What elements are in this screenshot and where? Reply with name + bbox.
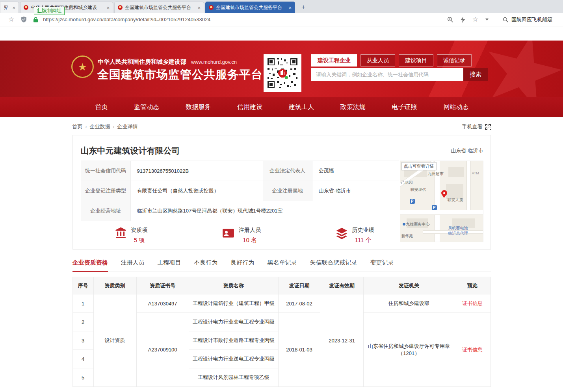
tab-blacklist[interactable]: 黑名单记录 <box>268 259 297 272</box>
breadcrumb-company-data[interactable]: 企业数据 <box>90 123 110 130</box>
zoom-icon[interactable] <box>447 17 453 23</box>
hot-search-box[interactable]: 国航回应飞机颠簸 <box>497 13 563 26</box>
tab-close-icon[interactable]: × <box>106 5 110 10</box>
flash-icon[interactable] <box>461 17 465 23</box>
search-button[interactable]: 搜索 <box>463 68 488 81</box>
main-nav: 首页 监管动态 数据服务 信用建设 建筑工人 政策法规 电子证照 网站动态 <box>0 97 563 117</box>
header-search-tabs: 建设工程企业 从业人员 建设项目 诚信记录 <box>311 54 472 67</box>
url-text[interactable]: https://jzsc.mohurd.gov.cn/data/company/… <box>43 17 210 22</box>
national-emblem: ★ <box>71 55 94 78</box>
copy-url-tooltip[interactable]: 复制网址 <box>34 7 65 15</box>
credit-code-label: 统一社会信用代码 <box>81 161 130 181</box>
reg-place-label: 企业注册属地 <box>263 181 312 201</box>
new-tab-button[interactable]: + <box>298 2 308 12</box>
site-favicon-icon <box>118 5 123 10</box>
map-label: 联安大厦 <box>448 197 463 202</box>
browser-tab-2[interactable]: 全国建筑市场监管公共服务平台 × <box>114 2 204 13</box>
col-name: 资质名称 <box>189 277 278 294</box>
tab-projects[interactable]: 工程项目 <box>158 259 181 272</box>
browser-tab-strip: 界 × 中华人民共和国住房和城乡建设 × 全国建筑市场监管公共服务平台 × 全国… <box>0 0 563 13</box>
cert-no-cell: A137030497 <box>136 294 189 313</box>
parking-icon: P <box>432 205 437 210</box>
cert-info-link[interactable]: 证书信息 <box>462 347 483 353</box>
search-tab-enterprise[interactable]: 建设工程企业 <box>311 54 357 67</box>
tab-change-records[interactable]: 变更记录 <box>370 259 394 272</box>
performance-icon <box>335 227 348 240</box>
breadcrumb-separator: › <box>85 124 87 129</box>
company-card: 山东中元建筑设计有限公司 山东省-临沂市 统一社会信用代码 9137130267… <box>72 135 491 250</box>
company-search-input[interactable] <box>311 68 463 81</box>
col-validity: 发证有效期 <box>320 277 364 294</box>
tab-dishonesty-records[interactable]: 失信联合惩戒记录 <box>310 259 357 272</box>
nav-item-home[interactable]: 首页 <box>95 103 108 111</box>
nav-item-supervision[interactable]: 监管动态 <box>134 103 159 111</box>
address-label: 企业经营地址 <box>81 201 130 221</box>
preview-cell: 证书信息 <box>454 294 491 313</box>
breadcrumb-separator: › <box>113 124 115 129</box>
nav-item-data-service[interactable]: 数据服务 <box>186 103 211 111</box>
info-row: 统一社会信用代码 91371302675501022B 企业法定代表人 公茂福 <box>81 161 399 181</box>
poi-dot-icon <box>403 223 405 226</box>
personnel-icon <box>222 227 235 240</box>
map-building <box>448 167 464 177</box>
ssl-lock-icon[interactable] <box>33 17 38 22</box>
search-tab-personnel[interactable]: 从业人员 <box>360 54 395 67</box>
cert-no-cell: A237009100 <box>136 313 189 387</box>
name-cell: 工程设计电力行业变电工程专业丙级 <box>189 313 278 331</box>
map-label: 风帆蓄电池 临沂总代理 <box>448 226 468 236</box>
tab-close-icon[interactable]: × <box>288 5 292 10</box>
map-building <box>446 184 463 199</box>
address-value: 临沂市兰山区陶然路107号星河晶都（联安）现代城1号楼2201室 <box>130 201 399 221</box>
dropdown-chevron-icon[interactable] <box>485 18 489 20</box>
name-cell: 工程设计建筑行业（建筑工程）甲级 <box>189 294 278 313</box>
nav-item-policy[interactable]: 政策法规 <box>340 103 366 111</box>
map-label: 新华苑 <box>401 233 413 239</box>
search-icon <box>503 17 508 22</box>
parking-icon: P <box>410 199 415 204</box>
reg-place-value: 山东省-临沂市 <box>312 181 399 201</box>
search-tab-credit[interactable]: 诚信记录 <box>437 54 472 67</box>
map-pin-icon <box>441 190 447 196</box>
bookmark-star-icon[interactable]: ☆ <box>8 15 14 24</box>
issue-date-cell: 2018-01-03 <box>278 313 320 387</box>
site-info-shield-icon[interactable] <box>21 17 26 22</box>
tab-close-icon[interactable]: × <box>197 5 201 10</box>
legal-rep-value: 公茂福 <box>312 161 399 181</box>
search-tab-project[interactable]: 建设项目 <box>399 54 433 67</box>
map-label: ATM <box>472 171 479 176</box>
nav-item-workers[interactable]: 建筑工人 <box>289 103 314 111</box>
map-road <box>466 161 471 210</box>
breadcrumb-home[interactable]: 首页 <box>72 123 83 130</box>
stat-label: 注册人员 <box>239 227 261 234</box>
breadcrumb-company-detail: 企业详情 <box>117 123 138 130</box>
preview-cell: 证书信息 <box>454 313 491 387</box>
hot-search-text: 国航回应飞机颠簸 <box>511 16 552 23</box>
nav-item-site-news[interactable]: 网站动态 <box>443 103 468 111</box>
company-map[interactable]: 点击可查看详情 P P 九州超市 己花园 联安现代 联安大厦 ATM 九峰商务中… <box>400 161 483 242</box>
browser-tab-active[interactable]: 全国建筑市场监管公共服务平台 × <box>205 2 295 13</box>
tab-title: 界 <box>4 4 10 11</box>
seq-cell: 3 <box>72 331 93 350</box>
col-preview: 预览 <box>454 277 491 294</box>
tab-good-behavior[interactable]: 良好行为 <box>231 259 255 272</box>
mobile-view-button[interactable]: 手机查看 <box>462 123 491 130</box>
tab-qualifications[interactable]: 企业资质资格 <box>72 259 108 272</box>
tab-close-icon[interactable]: × <box>12 5 15 10</box>
map-hint: 点击可查看详情 <box>401 162 437 170</box>
browser-tab-partial[interactable]: 界 × <box>0 2 19 13</box>
tab-registered-personnel[interactable]: 注册人员 <box>121 259 145 272</box>
site-qr-code <box>264 54 301 92</box>
stat-value: 111 个 <box>355 237 372 244</box>
name-cell: 工程设计电力行业送电工程专业丙级 <box>189 350 278 368</box>
nav-item-e-license[interactable]: 电子证照 <box>392 103 417 111</box>
address-bar: ☆ https://jzsc.mohurd.gov.cn/data/compan… <box>0 13 563 26</box>
stat-value: 10 名 <box>243 237 257 244</box>
tab-bad-behavior[interactable]: 不良行为 <box>194 259 218 272</box>
legal-rep-label: 企业法定代表人 <box>263 161 312 181</box>
cert-info-link[interactable]: 证书信息 <box>462 300 483 306</box>
nav-item-credit[interactable]: 信用建设 <box>237 103 262 111</box>
map-label: 联安现代 <box>411 187 426 192</box>
category-cell: 设计资质 <box>93 294 136 387</box>
seq-cell: 5 <box>72 368 93 387</box>
favorite-star-icon[interactable]: ☆ <box>472 15 478 24</box>
